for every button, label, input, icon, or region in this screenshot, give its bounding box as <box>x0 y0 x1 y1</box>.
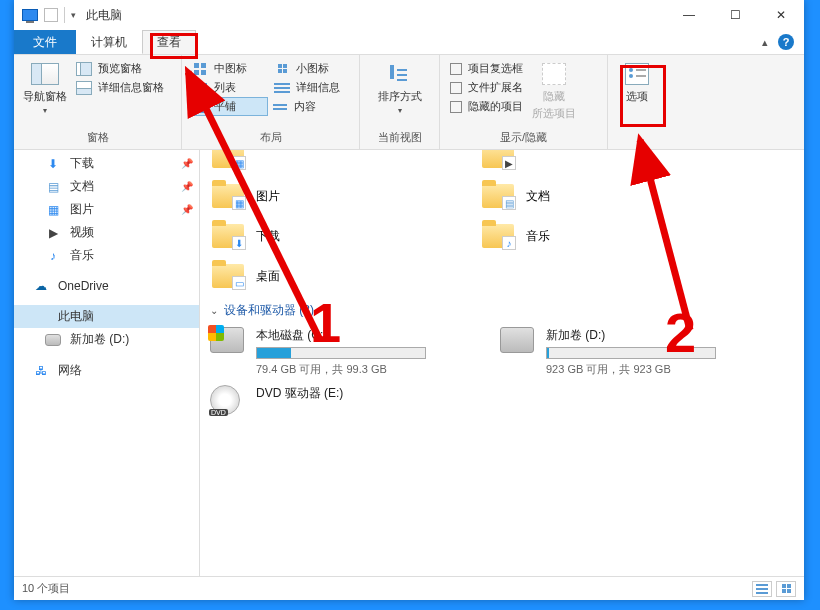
folder-icon: ♪ <box>482 224 514 248</box>
drive-c-sub: 79.4 GB 可用，共 99.3 GB <box>256 362 460 377</box>
status-bar: 10 个项目 <box>14 576 804 600</box>
disk-icon <box>44 332 62 348</box>
drive-e[interactable]: DVD 驱动器 (E:) <box>210 381 460 421</box>
onedrive-icon: ☁ <box>32 278 50 294</box>
sort-icon <box>387 63 413 85</box>
sort-button[interactable]: 排序方式 ▾ <box>375 59 425 117</box>
tab-view[interactable]: 查看 <box>142 30 196 54</box>
details-pane-icon <box>76 81 92 95</box>
separator <box>64 7 65 23</box>
qat-blank-icon[interactable] <box>44 8 58 22</box>
sidebar-documents-label: 文档 <box>70 178 94 195</box>
ribbon-tabs: 文件 计算机 查看 ▴ ? <box>14 30 804 55</box>
tile-label <box>526 150 529 163</box>
tile-music-label: 音乐 <box>526 228 550 245</box>
svg-line-0 <box>188 72 320 340</box>
window-controls: — ☐ ✕ <box>666 0 804 30</box>
videos-icon: ▶ <box>44 225 62 241</box>
pictures-icon: ▦ <box>44 202 62 218</box>
details-pane-label: 详细信息窗格 <box>98 80 164 95</box>
group-panes: 导航窗格 ▾ 预览窗格 详细信息窗格 窗格 <box>14 55 182 149</box>
collapse-ribbon-icon[interactable]: ▴ <box>762 36 768 49</box>
options-icon <box>625 63 649 85</box>
group-panes-label: 窗格 <box>14 128 181 149</box>
group-showhide: 项目复选框 文件扩展名 隐藏的项目 隐藏 所选项目 显示/隐藏 <box>440 55 608 149</box>
view-large-button[interactable] <box>776 581 796 597</box>
preview-pane-icon <box>76 62 92 76</box>
tile-documents-label: 文档 <box>526 188 550 205</box>
svg-line-1 <box>640 140 690 330</box>
drive-d-icon <box>500 327 534 353</box>
grid-view-icon <box>782 584 791 593</box>
drive-e-name: DVD 驱动器 (E:) <box>256 385 460 402</box>
chk-label: 项目复选框 <box>468 61 523 76</box>
sidebar-videos-label: 视频 <box>70 224 94 241</box>
hide-selected-button[interactable]: 隐藏 所选项目 <box>529 59 579 123</box>
pc-icon <box>22 9 38 21</box>
status-text: 10 个项目 <box>22 581 70 596</box>
help-icon[interactable]: ? <box>778 34 794 50</box>
hidden-items-toggle[interactable]: 隐藏的项目 <box>446 97 527 116</box>
sidebar-music-label: 音乐 <box>70 247 94 264</box>
chevron-down-icon: ▾ <box>43 106 47 115</box>
options-button[interactable]: 选项 <box>614 59 660 106</box>
details-pane-button[interactable]: 详细信息窗格 <box>72 78 168 97</box>
sidebar-downloads-label: 下载 <box>70 155 94 172</box>
nav-pane-icon <box>31 63 59 85</box>
pc-icon <box>32 309 50 325</box>
download-icon: ⬇ <box>44 156 62 172</box>
sidebar-onedrive-label: OneDrive <box>58 279 109 293</box>
sidebar-item-network[interactable]: 🖧网络 <box>14 359 199 382</box>
music-icon: ♪ <box>44 248 62 264</box>
view-details-button[interactable] <box>752 581 772 597</box>
preview-pane-button[interactable]: 预览窗格 <box>72 59 168 78</box>
group-currentview: 排序方式 ▾ 当前视图 <box>360 55 440 149</box>
sidebar-network-label: 网络 <box>58 362 82 379</box>
ext-label: 文件扩展名 <box>468 80 523 95</box>
hide-label-2: 所选项目 <box>532 106 576 121</box>
checkbox-icon <box>450 82 462 94</box>
ribbon-help: ▴ ? <box>752 30 804 54</box>
sidebar-thispc-label: 此电脑 <box>58 308 94 325</box>
list-view-icon <box>756 584 768 594</box>
item-checkboxes-toggle[interactable]: 项目复选框 <box>446 59 527 78</box>
network-icon: 🖧 <box>32 363 50 379</box>
close-button[interactable]: ✕ <box>758 0 804 30</box>
document-icon: ▤ <box>44 179 62 195</box>
dvd-icon <box>210 385 240 415</box>
folder-icon: ▶ <box>482 150 514 168</box>
hidden-label: 隐藏的项目 <box>468 99 523 114</box>
title-bar: ▾ 此电脑 — ☐ ✕ <box>14 0 804 30</box>
checkbox-icon <box>450 63 462 75</box>
drive-d-sub: 923 GB 可用，共 923 GB <box>546 362 750 377</box>
group-showhide-label: 显示/隐藏 <box>440 128 607 149</box>
nav-pane-label: 导航窗格 <box>23 89 67 104</box>
sort-label: 排序方式 <box>378 89 422 104</box>
sidebar-newvol-label: 新加卷 (D:) <box>70 331 129 348</box>
hide-icon <box>542 63 566 85</box>
window-title: 此电脑 <box>86 7 122 24</box>
annotation-arrow-1 <box>170 60 350 360</box>
file-extensions-toggle[interactable]: 文件扩展名 <box>446 78 527 97</box>
qat-dropdown-icon[interactable]: ▾ <box>71 10 76 20</box>
folder-icon: ▤ <box>482 184 514 208</box>
tab-file[interactable]: 文件 <box>14 30 76 54</box>
preview-pane-label: 预览窗格 <box>98 61 142 76</box>
sidebar-pictures-label: 图片 <box>70 201 94 218</box>
minimize-button[interactable]: — <box>666 0 712 30</box>
hide-label-1: 隐藏 <box>543 89 565 104</box>
chevron-down-icon: ▾ <box>398 106 402 115</box>
options-label: 选项 <box>626 89 648 104</box>
nav-pane-button[interactable]: 导航窗格 ▾ <box>20 59 70 117</box>
annotation-arrow-2 <box>610 130 730 350</box>
maximize-button[interactable]: ☐ <box>712 0 758 30</box>
tab-computer[interactable]: 计算机 <box>76 30 142 54</box>
group-currentview-label: 当前视图 <box>360 128 439 149</box>
checkbox-icon <box>450 101 462 113</box>
